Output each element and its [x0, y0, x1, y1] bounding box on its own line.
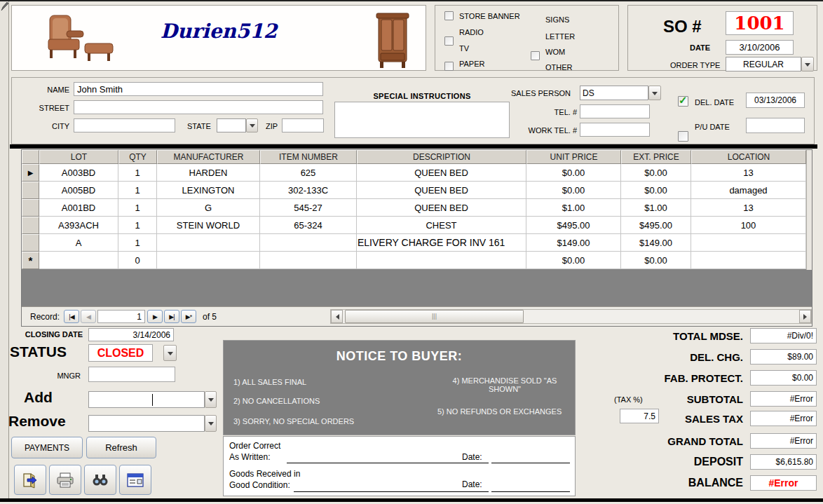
street-input[interactable]	[74, 100, 323, 114]
row-selector-new[interactable]: *	[22, 252, 39, 269]
col-header-manufacturer[interactable]: MANUFACTURER	[157, 150, 260, 164]
tel-input[interactable]	[580, 104, 650, 118]
add-combobox[interactable]	[88, 391, 205, 408]
cell-qty[interactable]: 1	[118, 234, 157, 252]
checkbox-radio[interactable]	[444, 36, 454, 46]
cell-lot[interactable]: A005BD	[39, 182, 118, 199]
closing-date-field[interactable]: 3/14/2006	[88, 328, 174, 341]
cell-ext-price[interactable]: $0.00	[621, 164, 691, 182]
cell-location[interactable]	[691, 252, 806, 269]
col-header-lot[interactable]: LOT	[39, 150, 118, 164]
checkbox-signs[interactable]	[531, 51, 540, 60]
cell-location[interactable]: damaged	[691, 182, 806, 199]
new-record-button[interactable]: ▶*	[181, 310, 196, 323]
remove-combobox[interactable]	[88, 415, 205, 432]
print-button[interactable]	[49, 465, 81, 495]
cell-unit-price[interactable]: $495.00	[526, 217, 621, 234]
select-all-corner[interactable]	[22, 150, 39, 164]
order-date-field[interactable]: 3/10/2006	[726, 40, 794, 55]
cell-description[interactable]: QUEEN BED	[357, 199, 526, 217]
cell-unit-price[interactable]: $0.00	[526, 182, 621, 199]
fab-protect-value[interactable]: $0.00	[750, 370, 817, 386]
cell-description[interactable]: QUEEN BED	[357, 164, 526, 182]
cell-location[interactable]: 13	[691, 199, 806, 217]
cell-description[interactable]: CHEST	[357, 217, 526, 234]
cell-ext-price[interactable]: $1.00	[621, 199, 691, 217]
cell-unit-price[interactable]: $149.00	[526, 234, 621, 252]
row-selector-current[interactable]: ▶	[22, 164, 39, 182]
work-tel-input[interactable]	[580, 123, 650, 137]
cell-manufacturer[interactable]: LEXINGTON	[157, 182, 260, 199]
form-view-button[interactable]	[119, 465, 151, 495]
pu-date-checkbox[interactable]	[678, 131, 688, 142]
row-selector[interactable]	[22, 234, 39, 252]
horizontal-scrollbar[interactable]	[330, 309, 812, 324]
cell-item-number[interactable]	[260, 252, 357, 269]
col-header-qty[interactable]: QTY	[118, 150, 157, 164]
cell-lot[interactable]: A003BD	[39, 164, 118, 182]
cell-manufacturer[interactable]: HARDEN	[157, 164, 260, 182]
row-selector[interactable]	[22, 217, 39, 234]
col-header-location[interactable]: LOCATION	[691, 150, 806, 164]
so-number-field[interactable]: 1001	[726, 11, 794, 35]
del-date-checkbox[interactable]	[678, 96, 688, 107]
mngr-input[interactable]	[88, 367, 175, 382]
previous-record-button[interactable]: ◀	[81, 310, 96, 323]
col-header-ext-price[interactable]: EXT. PRICE	[621, 150, 691, 164]
row-selector[interactable]	[22, 199, 39, 217]
cell-item-number[interactable]: 65-324	[260, 217, 357, 234]
scroll-left-arrow[interactable]	[331, 310, 343, 323]
status-combobox[interactable]: CLOSED	[88, 344, 153, 362]
current-record-input[interactable]: 1	[97, 310, 145, 323]
cell-item-number[interactable]	[260, 234, 357, 252]
cell-manufacturer[interactable]: G	[157, 199, 260, 217]
zip-input[interactable]	[282, 118, 324, 132]
state-combobox[interactable]	[217, 118, 246, 132]
cell-location[interactable]: 13	[691, 164, 806, 182]
sales-person-combobox[interactable]: DS	[580, 86, 648, 100]
cell-location[interactable]: 100	[691, 217, 806, 234]
order-type-combobox[interactable]: REGULAR	[726, 57, 801, 71]
cell-qty[interactable]: 1	[118, 182, 157, 199]
vertical-scrollbar[interactable]	[806, 150, 812, 270]
state-dropdown-arrow[interactable]	[246, 118, 258, 132]
cell-manufacturer[interactable]	[157, 234, 260, 252]
cell-qty[interactable]: 0	[118, 252, 157, 269]
cell-unit-price[interactable]: $0.00	[526, 164, 621, 182]
checkbox-store-banner[interactable]	[444, 11, 454, 20]
scroll-right-arrow[interactable]	[799, 310, 811, 323]
next-record-button[interactable]: ▶	[147, 310, 163, 323]
deposit-value[interactable]: $6,615.80	[750, 454, 817, 470]
name-input[interactable]: John Smith	[74, 82, 323, 96]
cell-description[interactable]: QUEEN BED	[357, 182, 526, 199]
order-type-dropdown-arrow[interactable]	[801, 57, 814, 71]
status-dropdown-arrow[interactable]	[163, 345, 177, 361]
cell-description[interactable]	[357, 252, 526, 269]
cell-lot[interactable]: A	[39, 234, 118, 252]
cell-qty[interactable]: 1	[118, 199, 157, 217]
cell-item-number[interactable]: 625	[260, 164, 357, 182]
exit-button[interactable]	[14, 465, 46, 495]
del-chg-value[interactable]: $89.00	[750, 349, 817, 365]
col-header-item-number[interactable]: ITEM NUMBER	[260, 150, 357, 164]
cell-lot[interactable]: A393ACH	[39, 217, 118, 234]
city-input[interactable]	[74, 118, 175, 132]
cell-unit-price[interactable]: $0.00	[526, 252, 621, 269]
cell-item-number[interactable]: 545-27	[260, 199, 357, 217]
add-dropdown-arrow[interactable]	[205, 391, 217, 408]
cell-qty[interactable]: 1	[118, 164, 157, 182]
pu-date-field[interactable]	[746, 118, 805, 133]
payments-button[interactable]: PAYMENTS	[11, 437, 83, 458]
cell-item-number[interactable]: 302-133C	[260, 182, 357, 199]
cell-manufacturer[interactable]: STEIN WORLD	[157, 217, 260, 234]
cell-ext-price[interactable]: $495.00	[621, 217, 691, 234]
first-record-button[interactable]: |◀	[64, 310, 79, 323]
refresh-button[interactable]: Refresh	[86, 437, 156, 458]
last-record-button[interactable]: ▶|	[164, 310, 179, 323]
cell-ext-price[interactable]: $149.00	[621, 234, 691, 252]
col-header-description[interactable]: DESCRIPTION	[357, 150, 526, 164]
cell-lot[interactable]: A001BD	[39, 199, 118, 217]
checkbox-tv[interactable]	[444, 62, 454, 71]
del-date-field[interactable]: 03/13/2006	[746, 93, 805, 108]
cell-ext-price[interactable]: $0.00	[621, 252, 691, 269]
